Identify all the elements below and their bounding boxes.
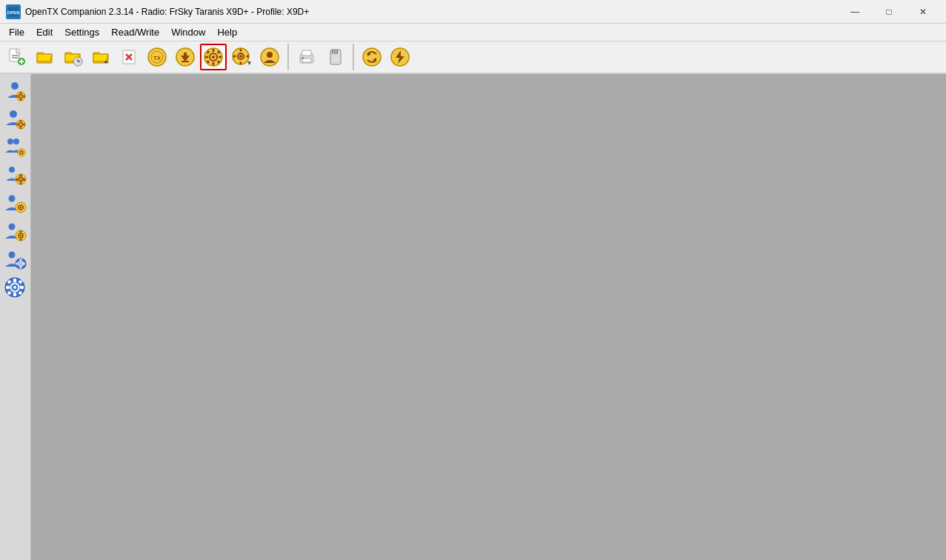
minimize-button[interactable]: — (838, 0, 872, 24)
svg-rect-47 (332, 50, 333, 54)
sidebar-model7-button[interactable] (1, 246, 28, 273)
toolbar: TX (0, 41, 946, 74)
svg-point-41 (267, 52, 273, 58)
svg-rect-43 (302, 50, 311, 56)
sdcard-button[interactable] (322, 44, 348, 70)
svg-point-23 (212, 56, 215, 59)
svg-rect-67 (17, 124, 19, 126)
svg-rect-25 (213, 62, 215, 65)
download-button[interactable] (172, 44, 199, 70)
svg-point-101 (13, 286, 16, 289)
svg-rect-105 (20, 286, 24, 289)
settings-gear-button[interactable] (200, 44, 227, 70)
sidebar-model6-button[interactable] (1, 218, 28, 244)
svg-rect-38 (247, 56, 250, 58)
svg-rect-48 (334, 50, 336, 54)
svg-rect-104 (6, 286, 10, 289)
svg-point-50 (363, 48, 381, 66)
menu-readwrite[interactable]: Read/Write (105, 24, 165, 41)
sidebar-model8-button[interactable] (1, 274, 28, 301)
svg-text:TX: TX (153, 55, 161, 61)
svg-rect-61 (24, 96, 25, 98)
close-button[interactable]: ✕ (906, 0, 940, 24)
main-content (31, 74, 946, 560)
svg-point-88 (20, 235, 21, 236)
sidebar-model2-button[interactable] (1, 105, 28, 132)
svg-rect-58 (20, 93, 22, 94)
svg-rect-49 (336, 50, 338, 54)
maximize-button[interactable]: □ (872, 0, 906, 24)
svg-rect-35 (240, 49, 242, 52)
sync-button[interactable] (359, 44, 385, 70)
sidebar-model1-button[interactable] (1, 77, 28, 104)
sidebar-model3-button[interactable] (1, 133, 28, 160)
svg-rect-24 (213, 49, 215, 52)
profile-button[interactable] (256, 44, 283, 70)
svg-rect-59 (20, 99, 22, 101)
svg-point-70 (13, 139, 19, 144)
radio-settings-button[interactable] (228, 44, 255, 70)
svg-rect-44 (302, 59, 311, 62)
svg-point-76 (20, 179, 21, 180)
svg-rect-60 (17, 96, 19, 98)
close-file-button[interactable] (116, 44, 142, 70)
svg-rect-37 (233, 56, 236, 58)
recent-button[interactable] (59, 44, 86, 70)
svg-point-62 (10, 110, 17, 118)
save-button[interactable] (87, 44, 114, 70)
print-button[interactable] (293, 44, 320, 70)
svg-point-69 (7, 139, 13, 144)
svg-rect-79 (16, 179, 19, 181)
menu-help[interactable]: Help (211, 24, 243, 41)
menu-bar: File Edit Settings Read/Write Window Hel… (0, 24, 946, 41)
svg-text:OPEN: OPEN (7, 10, 19, 15)
svg-rect-80 (24, 179, 26, 181)
svg-point-84 (20, 207, 21, 208)
svg-rect-36 (240, 62, 242, 65)
new-button[interactable] (3, 44, 30, 70)
svg-point-55 (11, 82, 19, 90)
svg-point-91 (9, 252, 16, 259)
svg-rect-102 (13, 279, 16, 282)
svg-rect-77 (20, 175, 22, 177)
svg-marker-39 (247, 61, 251, 65)
menu-settings[interactable]: Settings (59, 24, 105, 41)
svg-rect-68 (24, 124, 25, 126)
sidebar-model4-button[interactable] (1, 161, 28, 188)
toolbar-separator-2 (353, 44, 354, 70)
svg-point-34 (239, 55, 242, 58)
sidebar-model5-button[interactable] (1, 190, 28, 216)
window-title: OpenTX Companion 2.3.14 - Radio: FrSky T… (25, 7, 838, 17)
svg-rect-45 (302, 57, 304, 59)
svg-rect-95 (20, 259, 22, 261)
svg-rect-19 (184, 53, 187, 59)
svg-rect-96 (20, 267, 22, 269)
svg-rect-78 (20, 183, 22, 185)
title-bar: OPEN OpenTX Companion 2.3.14 - Radio: Fr… (0, 0, 946, 24)
menu-file[interactable]: File (3, 24, 30, 41)
svg-rect-90 (20, 239, 22, 241)
svg-rect-27 (219, 56, 221, 59)
toolbar-separator-1 (287, 44, 289, 70)
open-button[interactable] (31, 44, 58, 70)
sidebar (0, 74, 31, 560)
svg-rect-97 (16, 263, 18, 265)
svg-point-71 (18, 149, 25, 156)
svg-rect-98 (24, 263, 25, 265)
menu-edit[interactable]: Edit (30, 24, 59, 41)
svg-point-81 (9, 196, 16, 202)
window-controls: — □ ✕ (838, 0, 940, 24)
flash-button[interactable] (387, 44, 413, 70)
app-icon: OPEN (6, 4, 21, 19)
svg-rect-26 (205, 56, 208, 59)
opentx-logo-button[interactable]: TX (144, 44, 170, 70)
svg-rect-65 (20, 121, 22, 122)
svg-rect-66 (20, 127, 22, 129)
svg-point-85 (9, 224, 16, 230)
svg-rect-103 (13, 293, 16, 296)
svg-rect-89 (20, 231, 22, 233)
svg-point-94 (20, 263, 21, 264)
menu-window[interactable]: Window (165, 24, 211, 41)
svg-point-73 (9, 167, 15, 173)
